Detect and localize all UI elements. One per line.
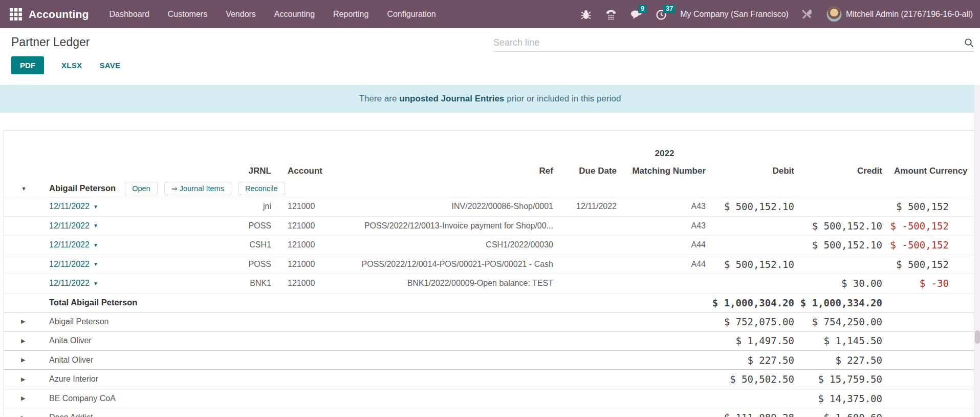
caret-down-icon: ▼ <box>93 261 98 267</box>
caret-down-icon: ▼ <box>93 204 98 210</box>
vertical-scrollbar[interactable] <box>974 85 980 417</box>
search-icon[interactable] <box>964 38 974 48</box>
journal-item-row: 12/11/2022▼ POSS 121000 POSS/2022/12/001… <box>4 217 976 236</box>
expand-caret-icon[interactable]: ▶ <box>4 389 36 408</box>
col-due-date: Due Date <box>556 161 620 180</box>
journal-items-button[interactable]: ⇒ Journal Items <box>164 182 231 195</box>
ref-cell: CSH1/2022/00030 <box>338 236 556 255</box>
user-menu[interactable]: Mitchell Admin (21767196-16-0-all) <box>826 7 973 22</box>
move-date-link[interactable]: 12/11/2022▼ <box>49 260 98 269</box>
col-jrnl: JRNL <box>228 161 276 180</box>
expand-caret-icon[interactable]: ▶ <box>4 408 36 417</box>
due-date-cell <box>556 255 620 274</box>
due-date-cell <box>556 274 620 293</box>
col-ref: Ref <box>338 161 556 180</box>
partner-summary-row[interactable]: ▶ Anita Oliver $ 1,497.50 $ 1,145.50 <box>4 331 976 351</box>
matching-cell <box>620 274 709 293</box>
credit-cell <box>797 197 884 216</box>
pdf-button[interactable]: PDF <box>11 56 44 74</box>
move-date-link[interactable]: 12/11/2022▼ <box>49 202 98 211</box>
unposted-journal-entries-link[interactable]: unposted Journal Entries <box>399 94 504 104</box>
col-matching-number: Matching Number <box>620 161 709 180</box>
messages-icon[interactable]: 9 <box>630 8 642 20</box>
nav-vendors[interactable]: Vendors <box>226 10 256 19</box>
nav-customers[interactable]: Customers <box>168 10 207 19</box>
partner-name: Anita Oliver <box>36 331 556 350</box>
partner-debit-cell: $ 111,089.28 <box>709 408 797 417</box>
debug-bug-icon[interactable] <box>580 8 592 20</box>
ref-cell: POSS/2022/12/0013-Invoice payment for Sh… <box>338 217 556 236</box>
partner-summary-row[interactable]: ▶ BE Company CoA $ 14,375.00 <box>4 389 976 409</box>
debit-cell <box>709 274 797 293</box>
col-credit: Credit <box>797 161 884 180</box>
caret-down-icon: ▼ <box>93 281 98 286</box>
group-total-row: Total Abigail Peterson $ 1,000,304.20 $ … <box>4 294 976 312</box>
column-header-row: JRNL Account Ref Due Date Matching Numbe… <box>4 161 976 180</box>
support-tools-icon[interactable] <box>801 8 814 20</box>
partner-credit-cell: $ 227.50 <box>797 351 884 370</box>
amount-currency-cell: $ -500,152 <box>884 236 976 255</box>
partner-ledger-table: 2022 JRNL Account Ref Due Date Matching … <box>4 130 976 417</box>
amount-currency-cell: $ 500,152 <box>884 255 976 274</box>
partner-summary-row[interactable]: ▶ Deco Addict $ 111,089.28 $ 1,600.60 <box>4 408 976 417</box>
partner-debit-cell: $ 227.50 <box>709 351 797 370</box>
apps-grid-icon[interactable] <box>9 8 23 21</box>
expand-caret-icon[interactable]: ▶ <box>4 312 36 331</box>
jrnl-cell: POSS <box>228 255 276 274</box>
partner-summary-row[interactable]: ▶ Abigail Peterson $ 752,075.00 $ 754,25… <box>4 312 976 332</box>
partner-credit-cell: $ 1,600.60 <box>797 408 884 417</box>
expand-caret-icon[interactable]: ▶ <box>4 351 36 370</box>
partner-credit-cell: $ 1,145.50 <box>797 331 884 350</box>
expand-caret-icon[interactable]: ▶ <box>4 331 36 350</box>
voip-phone-icon[interactable] <box>605 8 617 20</box>
partner-debit-cell: $ 50,502.50 <box>709 370 797 389</box>
nav-configuration[interactable]: Configuration <box>387 10 435 19</box>
collapse-caret-icon[interactable]: ▼ <box>4 180 36 197</box>
move-date-link[interactable]: 12/11/2022▼ <box>49 279 98 288</box>
partner-credit-cell: $ 15,759.50 <box>797 370 884 389</box>
matching-cell: A43 <box>620 217 709 236</box>
move-date-link[interactable]: 12/11/2022▼ <box>49 221 98 231</box>
jrnl-cell: jni <box>228 197 276 216</box>
open-button[interactable]: Open <box>125 182 157 195</box>
journal-item-row: 12/11/2022▼ POSS 121000 POSS/2022/12/001… <box>4 255 976 275</box>
user-name: Mitchell Admin (21767196-16-0-all) <box>846 10 973 19</box>
caret-down-icon: ▼ <box>93 223 98 228</box>
app-name[interactable]: Accounting <box>29 8 89 20</box>
nav-accounting[interactable]: Accounting <box>274 10 315 19</box>
xlsx-button[interactable]: XLSX <box>61 61 82 70</box>
partner-summary-row[interactable]: ▶ Azure Interior $ 50,502.50 $ 15,759.50 <box>4 370 976 389</box>
account-cell: 121000 <box>276 217 338 236</box>
jrnl-cell: POSS <box>228 217 276 236</box>
partner-summary-row[interactable]: ▶ Anital Oliver $ 227.50 $ 227.50 <box>4 351 976 370</box>
due-date-cell <box>556 217 620 236</box>
user-avatar <box>826 7 842 22</box>
control-panel: Partner Ledger PDF XLSX SAVE 2022 Accoun… <box>0 28 980 85</box>
messages-badge: 9 <box>638 5 647 13</box>
jrnl-cell: CSH1 <box>228 236 276 255</box>
nav-reporting[interactable]: Reporting <box>333 10 368 19</box>
journal-item-row: 12/11/2022▼ CSH1 121000 CSH1/2022/00030 … <box>4 236 976 255</box>
partner-debit-cell <box>709 389 797 408</box>
save-button[interactable]: SAVE <box>99 61 120 70</box>
move-date-link[interactable]: 12/11/2022▼ <box>49 240 98 249</box>
journal-item-row: 12/11/2022▼ BNK1 121000 BNK1/2022/00009-… <box>4 274 976 294</box>
partner-name: Abigail Peterson <box>36 312 556 331</box>
ref-cell: BNK1/2022/00009-Open balance: TEST <box>338 274 556 293</box>
reconcile-button[interactable]: Reconcile <box>238 182 285 195</box>
total-debit-cell: $ 1,000,304.20 <box>709 294 797 312</box>
credit-cell <box>797 255 884 274</box>
period-header-row: 2022 <box>4 146 976 161</box>
search-input[interactable] <box>493 37 964 48</box>
partner-credit-cell: $ 14,375.00 <box>797 389 884 408</box>
expand-caret-icon[interactable]: ▶ <box>4 370 36 389</box>
nav-dashboard[interactable]: Dashboard <box>110 10 149 19</box>
amount-currency-cell: $ 500,152 <box>884 197 976 216</box>
activities-clock-icon[interactable]: 37 <box>655 8 667 20</box>
partner-name: BE Company CoA <box>36 389 556 408</box>
ref-cell: INV/2022/00086-Shop/0001 <box>338 197 556 216</box>
scrollbar-thumb[interactable] <box>975 330 980 344</box>
period-header: 2022 <box>620 146 709 161</box>
partner-group-row: ▼ Abigail Peterson Open ⇒ Journal Items … <box>4 180 976 197</box>
company-switcher[interactable]: My Company (San Francisco) <box>680 10 789 19</box>
